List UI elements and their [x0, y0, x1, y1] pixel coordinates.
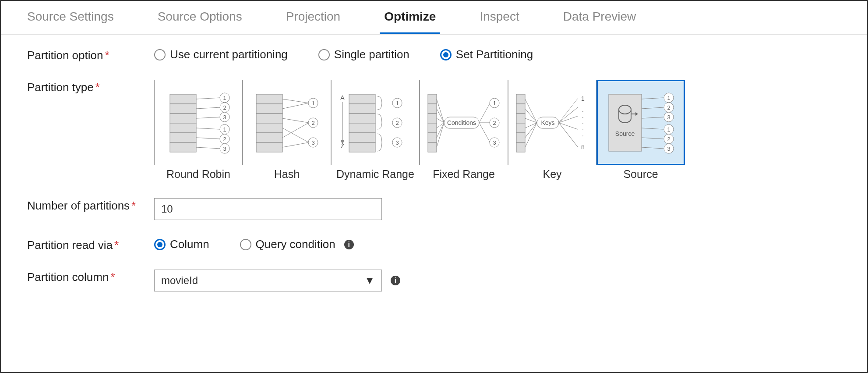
radio-icon: [440, 49, 452, 60]
partition-type-hash[interactable]: 1 2 3: [243, 80, 331, 165]
svg-line-116: [642, 147, 663, 149]
svg-rect-59: [428, 104, 437, 114]
svg-text:2: 2: [395, 119, 399, 126]
svg-text:n: n: [581, 143, 585, 150]
tab-optimize[interactable]: Optimize: [380, 1, 440, 34]
partition-column-label: Partition column*: [27, 270, 154, 284]
svg-rect-3: [170, 123, 196, 133]
tab-source-settings[interactable]: Source Settings: [23, 1, 118, 34]
svg-rect-83: [516, 114, 525, 123]
svg-line-72: [479, 103, 490, 123]
svg-line-74: [479, 123, 490, 142]
svg-line-114: [642, 128, 663, 129]
svg-text:1: 1: [493, 99, 496, 106]
svg-rect-0: [170, 94, 196, 104]
svg-line-32: [282, 118, 309, 123]
svg-text:Keys: Keys: [541, 119, 554, 126]
svg-line-99: [559, 123, 578, 147]
svg-rect-5: [170, 142, 196, 152]
svg-text:2: 2: [493, 119, 496, 126]
svg-line-6: [196, 98, 220, 99]
svg-text:1: 1: [667, 94, 670, 101]
svg-line-11: [196, 147, 220, 149]
round-robin-diagram-icon: 1 2 3 1 2 3: [159, 85, 238, 160]
partition-type-source[interactable]: Source 1 2 3 1 2 3: [596, 80, 685, 165]
svg-rect-24: [256, 94, 282, 104]
radio-single-partition[interactable]: Single partition: [318, 48, 409, 61]
svg-text:1: 1: [667, 126, 670, 132]
svg-rect-63: [428, 142, 437, 152]
radio-read-via-query-condition[interactable]: Query condition: [240, 238, 335, 251]
svg-rect-51: [349, 142, 375, 152]
svg-text:3: 3: [223, 114, 226, 120]
svg-line-90: [525, 123, 537, 128]
info-icon[interactable]: i: [344, 240, 354, 249]
dynamic-range-diagram-icon: A Z 1: [336, 85, 415, 160]
partition-type-fixed-range[interactable]: Conditions 1 2 3: [420, 80, 508, 165]
svg-rect-4: [170, 133, 196, 142]
radio-icon: [154, 239, 166, 250]
svg-text:2: 2: [667, 104, 670, 110]
svg-rect-25: [256, 104, 282, 114]
svg-rect-86: [516, 142, 525, 152]
svg-text:3: 3: [667, 145, 670, 152]
svg-rect-27: [256, 123, 282, 133]
svg-line-96: [559, 107, 578, 123]
tab-projection[interactable]: Projection: [282, 1, 345, 34]
radio-icon: [154, 49, 166, 60]
svg-line-35: [282, 142, 309, 147]
svg-text:1: 1: [395, 99, 399, 106]
svg-rect-82: [516, 104, 525, 114]
svg-rect-1: [170, 104, 196, 114]
svg-line-112: [642, 107, 663, 109]
svg-text:·: ·: [582, 132, 584, 139]
svg-rect-48: [349, 114, 375, 123]
svg-rect-50: [349, 133, 375, 142]
svg-line-8: [196, 117, 220, 118]
svg-rect-58: [428, 94, 437, 104]
partition-type-label: Partition type*: [27, 80, 154, 94]
svg-rect-47: [349, 104, 375, 114]
svg-line-92: [525, 123, 537, 147]
svg-rect-46: [349, 94, 375, 104]
svg-rect-81: [516, 94, 525, 104]
svg-line-31: [282, 103, 309, 109]
svg-line-9: [196, 128, 220, 129]
svg-rect-26: [256, 114, 282, 123]
partition-type-key[interactable]: Keys 1 · · · · · n: [508, 80, 596, 165]
svg-rect-49: [349, 123, 375, 133]
tab-data-preview[interactable]: Data Preview: [559, 1, 641, 34]
svg-text:3: 3: [493, 139, 496, 146]
radio-icon: [240, 239, 251, 250]
svg-text:2: 2: [223, 104, 226, 110]
radio-icon: [318, 49, 330, 60]
svg-text:3: 3: [667, 114, 670, 120]
num-partitions-label: Number of partitions*: [27, 198, 154, 213]
svg-text:1: 1: [223, 126, 226, 132]
radio-read-via-column[interactable]: Column: [154, 238, 209, 251]
svg-rect-29: [256, 142, 282, 152]
svg-rect-28: [256, 133, 282, 142]
partition-type-dynamic-range[interactable]: A Z 1: [331, 80, 420, 165]
svg-text:3: 3: [395, 139, 399, 146]
partition-option-label: Partition option*: [27, 48, 154, 62]
svg-text:1: 1: [311, 99, 314, 106]
svg-line-111: [642, 98, 663, 99]
svg-line-115: [642, 138, 663, 139]
num-partitions-input[interactable]: [154, 198, 382, 220]
tab-inspect[interactable]: Inspect: [475, 1, 523, 34]
tabs-bar: Source Settings Source Options Projectio…: [1, 1, 867, 35]
key-diagram-icon: Keys 1 · · · · · n: [513, 85, 592, 160]
svg-line-95: [559, 99, 578, 123]
svg-rect-61: [428, 123, 437, 133]
partition-type-round-robin[interactable]: 1 2 3 1 2 3: [154, 80, 243, 165]
radio-set-partitioning[interactable]: Set Partitioning: [440, 48, 533, 61]
radio-use-current-partitioning[interactable]: Use current partitioning: [154, 48, 288, 61]
svg-text:Source: Source: [615, 130, 635, 137]
svg-rect-60: [428, 114, 437, 123]
partition-column-select[interactable]: movieId ▼: [154, 270, 382, 291]
tab-source-options[interactable]: Source Options: [153, 1, 247, 34]
svg-rect-85: [516, 133, 525, 142]
info-icon[interactable]: i: [391, 276, 400, 285]
svg-text:3: 3: [223, 145, 226, 152]
